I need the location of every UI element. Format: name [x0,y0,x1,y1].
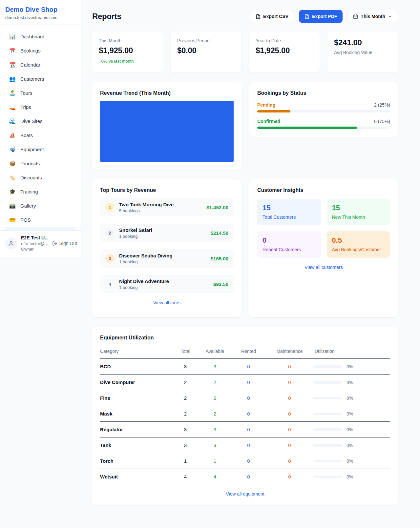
cell-available: 3 [199,437,231,453]
person-icon [8,240,14,246]
tour-row: 3 Discover Scuba Diving 1 booking $165.0… [100,249,234,268]
shop-name: Demo Dive Shop [5,6,76,13]
stat-value: $241.00 [334,38,391,47]
cell-maintenance: 0 [266,375,313,390]
table-row: Wetsuit 4 4 0 0 0% [100,469,390,485]
tour-rows: 1 Two Tank Morning Dive 5 bookings $1,45… [100,198,234,293]
stat-label: Year to Date [256,38,313,43]
stats-row: This Month $1,925.00 +0% vs last month P… [92,31,398,72]
view-all-customers-link[interactable]: View all customers [257,265,390,270]
insight-label: New This Month [332,214,385,220]
utilization-percent: 0% [346,380,353,385]
training-icon: 🎓 [9,189,16,195]
cell-total: 3 [172,422,199,437]
sidebar-item-discounts[interactable]: 🏷️ Discounts [4,171,77,185]
cell-maintenance: 0 [266,453,313,469]
file-icon [256,14,261,19]
insight-new-this-month: 15 New This Month [327,199,390,225]
cell-category: Fins [100,390,172,406]
sidebar-item-products[interactable]: 📦 Products [4,156,77,171]
sidebar-item-pos[interactable]: 💳 POS [4,213,77,227]
sidebar-item-label: Trips [20,104,31,110]
sidebar-item-gallery[interactable]: 📸 Gallery [4,199,77,213]
stat-label: This Month [99,38,156,43]
sidebar-item-equipment[interactable]: 🤿 Equipment [4,142,77,156]
tour-name: Two Tank Morning Dive [119,202,202,207]
topbar: Reports Export CSV Export PDF This Month [92,10,398,23]
col-available: Available [199,345,231,359]
stat-value: $1,925.00 [256,46,313,55]
sidebar-item-bookings[interactable]: 📅 Bookings [4,44,77,58]
equipment-utilization-title: Equipment Utilization [100,335,390,341]
table-row: Tank 3 3 0 0 0% [100,437,390,453]
cell-category: Torch [100,453,172,469]
cell-total: 1 [172,453,199,469]
utilization-bar [313,460,342,462]
view-all-equipment-link[interactable]: View all equipment [100,491,390,497]
stat-card-previous-period: Previous Period $0.00 [171,31,241,72]
sidebar-item-training[interactable]: 🎓 Training [4,185,77,199]
col-maintenance: Maintenance [266,345,313,359]
revenue-trend-card: Revenue Trend (This Month) [92,82,242,170]
export-csv-button[interactable]: Export CSV [250,10,294,23]
tour-name: Discover Scuba Diving [119,253,206,258]
cell-rented: 0 [231,453,266,469]
sidebar-item-boats[interactable]: ⛵ Boats [4,128,77,142]
cell-rented: 0 [231,437,266,453]
page-title: Reports [92,12,121,21]
utilization-percent: 0% [346,396,353,401]
insight-avg-bookings: 0.5 Avg Bookings/Customer [327,231,390,258]
equipment-table-header: Category Total Available Rented Maintena… [100,345,390,359]
export-pdf-button[interactable]: Export PDF [299,10,343,23]
rank-badge: 3 [105,254,115,263]
sidebar-user-panel: E2E Test U... e2e-tester@... Owner Sign … [0,230,81,257]
rank-badge: 4 [105,279,115,289]
status-row-confirmed: Confirmed 6 (75%) [257,119,390,129]
sidebar-item-label: Gallery [20,203,36,209]
col-rented: Rented [231,345,266,359]
top-tours-card: Top Tours by Revenue 1 Two Tank Morning … [92,179,242,317]
cell-rented: 0 [231,390,266,406]
stat-card-this-month: This Month $1,925.00 +0% vs last month [92,31,163,72]
sidebar-item-label: Bookings [20,48,41,53]
stat-value: $1,925.00 [99,46,156,55]
status-bar-track [257,110,390,112]
user-name: E2E Test U... [21,235,48,240]
cell-category: Mask [100,406,172,422]
tour-bookings: 1 booking [119,259,206,264]
sidebar-item-customers[interactable]: 👥 Customers [4,72,77,86]
cell-available: 3 [199,359,231,375]
bookings-by-status-title: Bookings by Status [257,90,390,96]
col-category: Category [100,345,172,359]
cell-available: 2 [199,390,231,406]
utilization-bar [313,413,342,415]
sidebar-item-dashboard[interactable]: 📊 Dashboard [4,30,77,44]
user-meta: E2E Test U... e2e-tester@... Owner [21,235,48,252]
sidebar-item-label: Products [20,161,40,166]
insight-label: Avg Bookings/Customer [332,247,385,252]
avatar [5,237,17,249]
sidebar-item-reports-active-partial[interactable] [5,227,76,230]
dashboard-icon: 📊 [9,33,16,40]
sidebar-nav: 📊 Dashboard 📅 Bookings 📆 Calendar 👥 Cust… [0,25,81,230]
boats-icon: ⛵ [9,132,16,138]
utilization-bar [313,381,342,384]
sign-out-button[interactable]: Sign Out [52,241,77,246]
cell-rented: 0 [231,406,266,422]
sidebar-item-label: Equipment [20,147,44,152]
status-label: Confirmed [257,119,280,124]
table-row: Dive Computer 2 2 0 0 0% [100,375,390,390]
cell-available: 3 [199,422,231,437]
period-dropdown[interactable]: This Month [347,10,398,23]
sidebar-item-dive-sites[interactable]: 🌊 Dive Sites [4,114,77,128]
revenue-trend-title: Revenue Trend (This Month) [100,90,234,96]
stat-value: $0.00 [177,46,235,55]
sidebar-item-trips[interactable]: 🚤 Trips [4,100,77,114]
file-icon [304,14,309,19]
view-all-tours-link[interactable]: View all tours [100,300,234,305]
tour-bookings: 1 booking [119,234,206,239]
table-row: Fins 2 2 0 0 0% [100,390,390,406]
sidebar-item-calendar[interactable]: 📆 Calendar [4,58,77,72]
tour-revenue: $1,452.00 [206,205,228,210]
sidebar-item-tours[interactable]: 🏝️ Tours [4,86,77,100]
